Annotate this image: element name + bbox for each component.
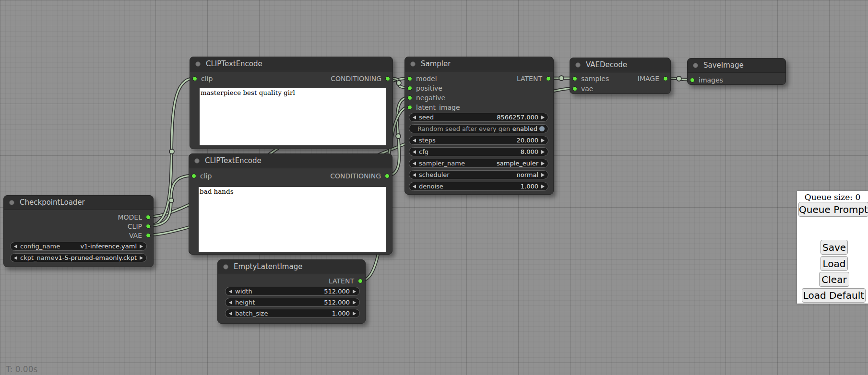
input-slot-positive[interactable]: positive [407,85,442,92]
input-slot-samples[interactable]: samples [572,75,609,82]
output-connector-icon[interactable] [663,76,668,81]
widget-value: sample_euler [497,160,538,167]
input-connector-icon[interactable] [690,78,695,82]
node-titlebar[interactable]: VAEDecode [570,58,670,72]
load-button[interactable]: Load [820,256,848,271]
arrow-left-icon[interactable] [229,312,232,316]
output-slot-model[interactable]: MODEL [118,214,151,221]
arrow-right-icon[interactable] [541,173,545,177]
node-titlebar[interactable]: Sampler [405,57,553,71]
input-slot-clip[interactable]: clip [192,75,213,82]
arrow-right-icon[interactable] [541,116,545,119]
input-connector-icon[interactable] [407,86,412,91]
arrow-left-icon[interactable] [413,173,416,177]
arrow-right-icon[interactable] [541,162,545,165]
widget-random-seed-toggle[interactable]: Random seed after every gen enabled [409,124,548,133]
output-slot-image[interactable]: IMAGE [638,75,668,82]
widget-height[interactable]: height 512.000 [225,298,360,307]
output-connector-icon[interactable] [358,279,363,283]
arrow-left-icon[interactable] [413,185,416,188]
input-slot-model[interactable]: model [407,75,437,82]
node-collapse-dot[interactable] [575,62,581,68]
arrow-right-icon[interactable] [353,301,356,305]
widget-cfg[interactable]: cfg 8.000 [409,147,548,156]
output-slot-latent[interactable]: LATENT [517,75,551,82]
output-connector-icon[interactable] [146,233,151,238]
arrow-left-icon[interactable] [413,116,416,119]
input-connector-icon[interactable] [407,76,412,81]
output-connector-icon[interactable] [146,224,151,229]
prompt-textarea[interactable]: bad hands [199,187,386,252]
arrow-left-icon[interactable] [14,245,17,248]
node-vaedecode[interactable]: VAEDecode samples vae IMAGE [570,58,671,94]
widget-batch-size[interactable]: batch_size 1.000 [225,309,360,318]
arrow-right-icon[interactable] [140,245,143,248]
node-graph-canvas[interactable]: T: 0.00s CheckpointLoader MODEL CLIP VAE… [0,0,868,375]
arrow-left-icon[interactable] [229,290,232,293]
output-connector-icon[interactable] [546,76,551,81]
widget-width[interactable]: width 512.000 [225,287,360,296]
prompt-textarea[interactable]: masterpiece best quality girl [200,88,386,145]
input-slot-latent-image[interactable]: latent_image [407,104,460,111]
widget-denoise[interactable]: denoise 1.000 [409,182,548,191]
node-titlebar[interactable]: CheckpointLoader [4,196,153,210]
widget-config-name[interactable]: config_name v1-inference.yaml [10,242,147,251]
arrow-left-icon[interactable] [413,162,416,165]
widget-scheduler[interactable]: scheduler normal [409,170,548,179]
input-connector-icon[interactable] [572,86,577,91]
output-connector-icon[interactable] [385,76,390,81]
widget-seed[interactable]: seed 8566257.000 [409,113,548,122]
toggle-indicator-icon[interactable] [539,126,545,131]
node-collapse-dot[interactable] [223,264,228,270]
node-collapse-dot[interactable] [9,200,14,205]
arrow-right-icon[interactable] [541,185,545,188]
input-slot-vae[interactable]: vae [572,85,593,92]
node-checkpointloader[interactable]: CheckpointLoader MODEL CLIP VAE config_n… [3,195,154,267]
arrow-right-icon[interactable] [541,150,545,154]
output-connector-icon[interactable] [385,174,390,178]
node-titlebar[interactable]: CLIPTextEncode [189,154,392,168]
output-slot-latent[interactable]: LATENT [329,278,363,284]
node-title: CLIPTextEncode [206,57,262,71]
input-slot-negative[interactable]: negative [407,94,445,101]
clear-button[interactable]: Clear [819,272,849,287]
node-cliptextencode-positive[interactable]: CLIPTextEncode clip CONDITIONING masterp… [190,57,393,149]
arrow-left-icon[interactable] [229,301,232,305]
queue-prompt-button[interactable]: Queue Prompt [798,202,868,217]
input-connector-icon[interactable] [407,105,412,110]
input-connector-icon[interactable] [572,76,577,81]
output-connector-icon[interactable] [146,215,151,220]
arrow-right-icon[interactable] [353,312,356,316]
widget-steps[interactable]: steps 20.000 [409,136,548,145]
arrow-right-icon[interactable] [140,256,143,260]
output-slot-clip[interactable]: CLIP [128,223,151,230]
node-collapse-dot[interactable] [195,61,201,67]
node-collapse-dot[interactable] [693,63,698,68]
widget-sampler-name[interactable]: sampler_name sample_euler [409,159,548,168]
save-button[interactable]: Save [820,240,848,255]
output-slot-conditioning[interactable]: CONDITIONING [330,173,390,179]
node-sampler[interactable]: Sampler model positive negative latent_i… [404,57,554,195]
load-default-button[interactable]: Load Default [802,288,866,303]
arrow-left-icon[interactable] [413,139,416,142]
node-collapse-dot[interactable] [194,158,200,164]
node-collapse-dot[interactable] [410,61,416,67]
output-slot-vae[interactable]: VAE [129,232,151,239]
input-slot-clip[interactable]: clip [191,173,212,179]
node-titlebar[interactable]: CLIPTextEncode [190,57,392,71]
node-emptylatentimage[interactable]: EmptyLatentImage LATENT width 512.000 he… [217,259,366,324]
node-titlebar[interactable]: SaveImage [688,59,785,73]
input-connector-icon[interactable] [191,174,196,178]
input-connector-icon[interactable] [407,95,412,100]
node-saveimage[interactable]: SaveImage images [687,58,786,85]
arrow-right-icon[interactable] [541,139,545,142]
arrow-left-icon[interactable] [14,256,17,260]
arrow-left-icon[interactable] [413,150,416,154]
output-slot-conditioning[interactable]: CONDITIONING [331,75,390,82]
input-connector-icon[interactable] [192,76,197,81]
input-slot-images[interactable]: images [690,77,723,83]
arrow-right-icon[interactable] [353,290,356,293]
node-cliptextencode-negative[interactable]: CLIPTextEncode clip CONDITIONING bad han… [189,153,392,255]
node-titlebar[interactable]: EmptyLatentImage [218,260,365,274]
widget-ckpt-name[interactable]: ckpt_name v1-5-pruned-emaonly.ckpt [10,253,147,262]
